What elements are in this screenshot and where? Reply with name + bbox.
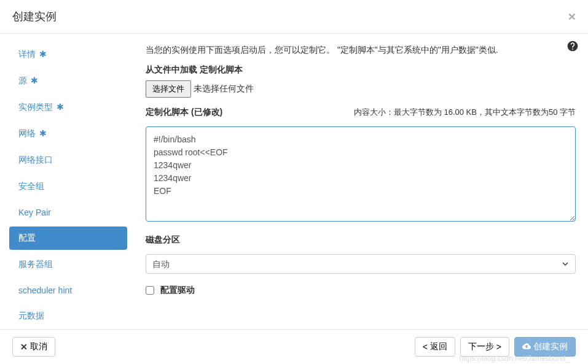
sidebar-item-label: 实例类型 [18,102,53,112]
file-status-text: 未选择任何文件 [194,83,254,95]
sidebar-item-label: 源 [18,76,27,85]
sidebar-item-server-groups[interactable]: 服务器组 [9,253,127,276]
sidebar-item-source[interactable]: 源 ✱ [9,69,127,93]
create-instance-button[interactable]: 创建实例 [514,337,576,357]
sidebar-item-key-pair[interactable]: Key Pair [9,201,127,223]
sidebar-item-details[interactable]: 详情 ✱ [9,43,127,66]
next-button[interactable]: 下一步 > [460,337,509,357]
script-label: 定制化脚本 (已修改) [146,107,222,118]
chevron-left-icon: < [423,342,428,352]
content-size-info: 内容大小：最大字节数为 16.00 KB，其中文本字节数为50 字节 [354,107,576,118]
sidebar-item-label: scheduler hint [18,285,72,295]
config-drive-checkbox[interactable] [146,286,154,295]
close-icon[interactable]: × [568,9,576,24]
content-area: 当您的实例使用下面选项启动后，您可以定制它。 "定制脚本"与其它系统中的"用户数… [136,34,588,329]
sidebar-item-metadata[interactable]: 元数据 [9,304,127,328]
create-label: 创建实例 [533,341,568,352]
sidebar-item-network-ports[interactable]: 网络接口 [9,149,127,172]
back-label: 返回 [430,341,447,352]
sidebar-item-label: 服务器组 [18,259,53,269]
sidebar-item-label: 网络 [18,128,36,138]
sidebar-item-configuration[interactable]: 配置 [9,227,127,250]
sidebar: 详情 ✱ 源 ✱ 实例类型 ✱ 网络 ✱ 网络接口 安全组 Key Pair 配… [0,34,136,329]
sidebar-item-scheduler-hint[interactable]: scheduler hint [9,279,127,301]
chevron-right-icon: > [496,342,501,352]
customization-script-input[interactable] [146,126,576,222]
disk-partition-label: 磁盘分区 [146,234,576,246]
sidebar-item-flavor[interactable]: 实例类型 ✱ [9,96,127,119]
required-asterisk-icon: ✱ [37,128,47,138]
required-asterisk-icon: ✱ [54,102,64,112]
config-drive-label: 配置驱动 [160,285,195,296]
choose-file-button[interactable]: 选择文件 [146,80,191,98]
sidebar-item-label: Key Pair [18,207,51,217]
sidebar-item-networks[interactable]: 网络 ✱ [9,122,127,145]
back-button[interactable]: < 返回 [415,337,455,357]
disk-partition-select[interactable]: 自动 [146,254,576,274]
sidebar-item-label: 安全组 [18,181,44,191]
intro-text: 当您的实例使用下面选项启动后，您可以定制它。 "定制脚本"与其它系统中的"用户数… [146,45,576,56]
cancel-label: 取消 [30,341,47,352]
sidebar-item-security-groups[interactable]: 安全组 [9,175,127,198]
cancel-button[interactable]: ✕ 取消 [12,337,55,357]
help-icon[interactable] [566,40,579,54]
required-asterisk-icon: ✱ [37,49,47,59]
modal-title: 创建实例 [12,9,57,24]
load-from-file-label: 从文件中加载 定制化脚本 [146,64,576,76]
next-label: 下一步 [468,341,494,352]
sidebar-item-label: 网络接口 [18,155,53,165]
x-icon: ✕ [20,342,28,352]
sidebar-item-label: 详情 [18,49,36,59]
sidebar-item-label: 配置 [18,233,36,242]
required-asterisk-icon: ✱ [28,76,38,85]
sidebar-item-label: 元数据 [18,311,44,320]
cloud-upload-icon [522,342,531,352]
